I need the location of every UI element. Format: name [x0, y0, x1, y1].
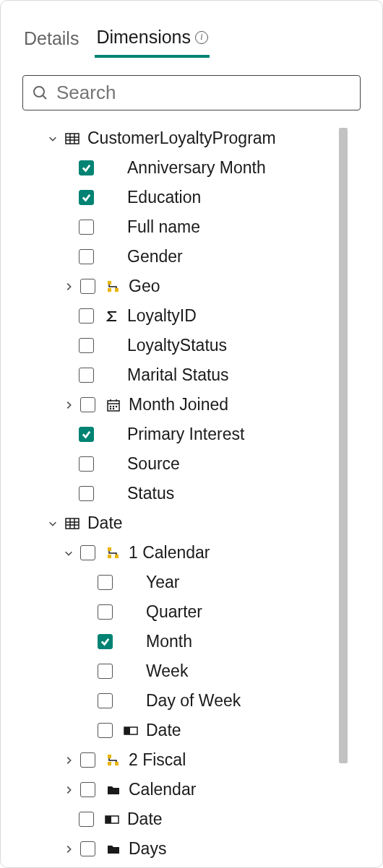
chevron-down-icon[interactable]	[61, 546, 76, 560]
svg-rect-26	[115, 555, 119, 558]
tree-item-cal1-date[interactable]: Date	[22, 716, 353, 745]
dimensions-panel: Details Dimensions i CustomerLoyaltyProg…	[0, 0, 383, 868]
svg-rect-30	[108, 762, 111, 765]
svg-point-16	[116, 406, 117, 407]
folder-icon	[106, 782, 121, 798]
tree-item-week[interactable]: Week	[22, 656, 353, 686]
svg-rect-33	[106, 816, 111, 823]
checkbox[interactable]	[80, 782, 95, 797]
item-label: 1 Calendar	[129, 544, 210, 561]
tree-item-year[interactable]: Year	[22, 568, 353, 597]
svg-rect-29	[108, 755, 111, 758]
svg-point-14	[111, 406, 111, 407]
item-label: Month	[146, 633, 192, 650]
tab-dimensions[interactable]: Dimensions i	[95, 22, 210, 58]
sigma-icon	[104, 308, 120, 324]
checkbox[interactable]	[80, 279, 95, 294]
checkbox[interactable]	[98, 723, 113, 738]
checkbox[interactable]	[79, 368, 94, 383]
chevron-right-icon[interactable]	[61, 783, 76, 797]
svg-point-17	[111, 408, 111, 409]
hierarchy-icon	[106, 545, 121, 561]
checkbox[interactable]	[79, 486, 94, 501]
tree-item-education[interactable]: Education	[22, 183, 353, 212]
tree-node-customerloyalty[interactable]: CustomerLoyaltyProgram	[22, 123, 353, 153]
tree-item-geo[interactable]: Geo	[22, 272, 353, 301]
tree-node-date[interactable]: Date	[22, 508, 353, 538]
tree-item-days[interactable]: Days	[22, 834, 353, 864]
tab-bar: Details Dimensions i	[22, 22, 361, 58]
checkbox[interactable]	[80, 545, 95, 560]
tree-item-monthjoined[interactable]: Month Joined	[22, 390, 353, 420]
item-label: Marital Status	[127, 367, 229, 383]
item-label: 2 Fiscal	[129, 752, 186, 768]
search-input[interactable]	[56, 82, 351, 104]
tree-item-fiscal2[interactable]: 2 Fiscal	[22, 745, 353, 775]
item-label: Status	[127, 485, 174, 502]
item-label: Days	[129, 841, 166, 857]
svg-rect-24	[108, 547, 111, 551]
tree-item-loyaltyid[interactable]: LoyaltyID	[22, 301, 353, 331]
checkbox[interactable]	[98, 693, 113, 708]
tree-item-status[interactable]: Status	[22, 479, 353, 508]
tree-item-calendar[interactable]: Calendar	[22, 775, 353, 804]
tree-item-gender[interactable]: Gender	[22, 242, 353, 272]
checkbox[interactable]	[98, 634, 113, 649]
tree-item-cal1[interactable]: 1 Calendar	[22, 538, 353, 568]
checkbox[interactable]	[80, 397, 95, 412]
checkbox[interactable]	[80, 752, 95, 768]
svg-point-15	[113, 406, 114, 407]
checkbox[interactable]	[79, 812, 94, 827]
checkbox[interactable]	[79, 249, 94, 264]
checkbox[interactable]	[79, 220, 94, 235]
checkbox[interactable]	[98, 604, 113, 620]
info-icon[interactable]: i	[195, 31, 208, 44]
tree-item-quarter[interactable]: Quarter	[22, 597, 353, 627]
checkbox[interactable]	[98, 664, 113, 679]
checkbox[interactable]	[79, 308, 94, 324]
tab-dimensions-label: Dimensions	[96, 27, 191, 48]
folder-icon	[106, 841, 121, 857]
svg-point-18	[113, 408, 114, 409]
checkbox[interactable]	[79, 190, 94, 205]
tree-scroll: CustomerLoyaltyProgram Anniversary Month…	[22, 123, 353, 867]
tree-item-loyaltystatus[interactable]: LoyaltyStatus	[22, 331, 353, 360]
checkbox[interactable]	[98, 575, 113, 590]
tree-item-month[interactable]: Month	[22, 627, 353, 656]
search-box[interactable]	[22, 75, 361, 110]
svg-rect-7	[108, 281, 111, 285]
item-label: Quarter	[146, 604, 202, 620]
checkbox[interactable]	[79, 456, 94, 472]
field-icon	[123, 723, 139, 739]
tree-item-fullname[interactable]: Full name	[22, 212, 353, 242]
checkbox[interactable]	[79, 160, 94, 175]
chevron-right-icon[interactable]	[61, 753, 76, 768]
hierarchy-icon	[106, 752, 121, 768]
node-label: Date	[87, 515, 123, 531]
tree-item-primaryinterest[interactable]: Primary Interest	[22, 420, 353, 449]
table-icon	[64, 131, 80, 147]
checkbox[interactable]	[79, 427, 94, 442]
checkbox[interactable]	[79, 338, 94, 353]
tree-item-date2[interactable]: Date	[22, 804, 353, 834]
node-label: CustomerLoyaltyProgram	[87, 130, 276, 147]
svg-rect-9	[115, 288, 119, 292]
chevron-right-icon[interactable]	[61, 842, 76, 856]
chevron-down-icon[interactable]	[46, 131, 60, 146]
svg-rect-2	[66, 134, 79, 144]
item-label: Week	[146, 663, 188, 680]
svg-rect-25	[108, 555, 111, 558]
item-label: Primary Interest	[127, 426, 244, 443]
chevron-down-icon[interactable]	[46, 516, 60, 531]
chevron-right-icon[interactable]	[61, 398, 76, 412]
tree-item-dow[interactable]: Day of Week	[22, 686, 353, 716]
tab-details[interactable]: Details	[22, 22, 80, 58]
tree-item-source[interactable]: Source	[22, 449, 353, 479]
item-label: Year	[146, 574, 179, 591]
chevron-right-icon[interactable]	[61, 279, 76, 294]
item-label: Geo	[129, 278, 160, 295]
svg-rect-31	[115, 762, 119, 765]
tree-item-maritalstatus[interactable]: Marital Status	[22, 360, 353, 390]
checkbox[interactable]	[80, 841, 95, 856]
tree-item-anniversary[interactable]: Anniversary Month	[22, 153, 353, 183]
